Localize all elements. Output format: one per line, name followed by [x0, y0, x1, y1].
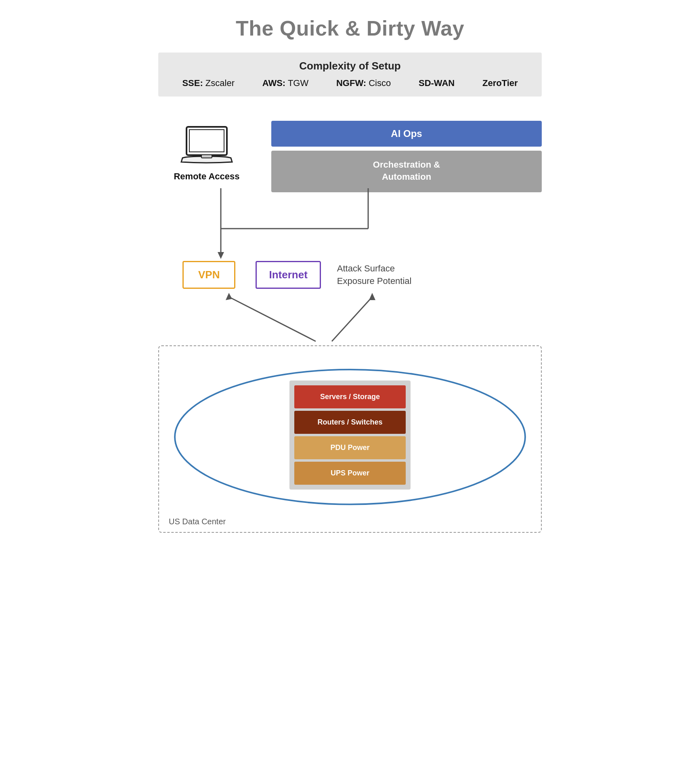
laptop-icon	[180, 125, 233, 167]
ai-ops-box: AI Ops	[271, 121, 542, 147]
remote-access-label: Remote Access	[174, 171, 239, 182]
remote-access-block: Remote Access	[166, 125, 247, 182]
routers-switches-item: Routers / Switches	[294, 411, 406, 434]
svg-rect-2	[201, 155, 212, 158]
complexity-item-ngfw: NGFW: Cisco	[336, 78, 391, 88]
internet-box: Internet	[256, 261, 321, 289]
complexity-item-sse: SSE: Zscaler	[182, 78, 235, 88]
complexity-item-aws: AWS: TGW	[262, 78, 308, 88]
datacenter-container: Servers / Storage Routers / Switches PDU…	[158, 345, 542, 533]
complexity-box: Complexity of Setup SSE: Zscaler AWS: TG…	[158, 53, 542, 97]
arrows-up-svg	[158, 289, 542, 345]
connectors-svg	[158, 188, 542, 261]
svg-marker-9	[226, 293, 232, 300]
svg-rect-1	[189, 130, 224, 152]
vpn-box: VPN	[182, 261, 235, 289]
ups-power-item: UPS Power	[294, 462, 406, 485]
ellipse-container: Servers / Storage Routers / Switches PDU…	[167, 358, 533, 512]
stacked-boxes: Servers / Storage Routers / Switches PDU…	[289, 380, 411, 490]
complexity-item-sdwan: SD-WAN	[419, 78, 455, 88]
svg-marker-11	[369, 293, 375, 300]
right-blocks: AI Ops Orchestration &Automation	[271, 121, 542, 192]
complexity-heading: Complexity of Setup	[170, 60, 530, 72]
pdu-power-item: PDU Power	[294, 436, 406, 459]
svg-line-10	[332, 297, 372, 341]
complexity-item-zerotier: ZeroTier	[482, 78, 518, 88]
datacenter-label: US Data Center	[169, 517, 226, 526]
vpn-internet-row: VPN Internet Attack SurfaceExposure Pote…	[158, 261, 542, 289]
svg-line-8	[229, 297, 316, 341]
diagram: Remote Access AI Ops Orchestration &Auto…	[158, 117, 542, 533]
servers-storage-item: Servers / Storage	[294, 385, 406, 408]
page-title: The Quick & Dirty Way	[158, 16, 542, 40]
top-row: Remote Access AI Ops Orchestration &Auto…	[158, 117, 542, 192]
svg-marker-7	[218, 252, 224, 259]
orchestration-box: Orchestration &Automation	[271, 151, 542, 192]
attack-surface-label: Attack SurfaceExposure Potential	[337, 263, 412, 288]
complexity-items: SSE: Zscaler AWS: TGW NGFW: Cisco SD-WAN…	[170, 78, 530, 88]
